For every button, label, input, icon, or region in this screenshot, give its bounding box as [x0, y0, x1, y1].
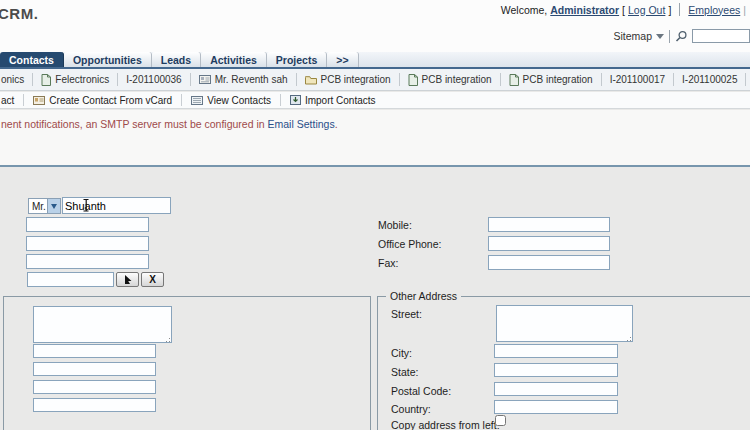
logout-link[interactable]: Log Out [628, 4, 665, 16]
country-label: Country: [391, 403, 431, 415]
first-name-input[interactable] [62, 197, 171, 214]
text-cursor-icon [82, 198, 91, 213]
recent-item[interactable]: Mr. Reventh sah [191, 73, 297, 86]
view-contacts-button[interactable]: View Contacts [182, 94, 281, 106]
left-field-3-input[interactable] [26, 254, 149, 269]
last-name-input[interactable] [26, 217, 149, 232]
fax-label: Fax: [378, 257, 398, 269]
state-label: State: [391, 366, 418, 378]
copy-address-checkbox[interactable] [495, 415, 506, 426]
mailing-state-input[interactable] [33, 362, 156, 376]
recent-item[interactable]: PCB integration [400, 73, 501, 86]
select-record-button[interactable] [116, 272, 139, 287]
resize-grip-icon[interactable] [623, 333, 631, 341]
clear-record-button[interactable]: X [141, 272, 164, 287]
user-links: Welcome, Administrator [ Log Out ] Emplo… [501, 3, 746, 16]
app-logo: CRM. [0, 5, 38, 22]
section-divider [0, 165, 750, 167]
tab-projects[interactable]: Projects [267, 52, 327, 67]
other-address-fieldset: Other Address Street: City: State: Posta… [377, 296, 750, 430]
recent-item[interactable]: PCB integration [297, 73, 400, 86]
clear-x-label: X [149, 274, 156, 285]
sitemap-link[interactable]: Sitemap [613, 30, 652, 42]
recent-item[interactable]: I-201100008 [746, 73, 750, 86]
recent-item[interactable]: I-201100017 [602, 73, 674, 86]
vcard-icon [33, 96, 45, 105]
search-input[interactable] [692, 29, 750, 43]
import-contacts-button[interactable]: Import Contacts [281, 94, 385, 106]
salutation-dropdown-button[interactable] [47, 199, 60, 213]
tab-leads[interactable]: Leads [152, 52, 201, 67]
chevron-down-icon[interactable] [656, 34, 664, 39]
contacts-list-icon [191, 96, 203, 105]
left-field-2-input[interactable] [26, 236, 149, 251]
chevron-down-icon [51, 204, 57, 209]
bracket-close: ] [668, 4, 671, 16]
office-phone-input[interactable] [488, 236, 610, 251]
salutation-value: Mr. [29, 199, 47, 213]
other-city-input[interactable] [494, 344, 618, 358]
employees-link[interactable]: Employees [688, 4, 740, 16]
office-phone-label: Office Phone: [378, 238, 441, 250]
bracket-open: [ [622, 4, 625, 16]
mailing-address-fieldset [3, 296, 371, 430]
lookup-input[interactable] [27, 272, 114, 287]
recent-item[interactable]: PCB integration [501, 73, 602, 86]
search-icon[interactable] [675, 30, 688, 43]
action-partial[interactable]: act [0, 94, 24, 106]
top-header: CRM. Welcome, Administrator [ Log Out ] … [0, 0, 750, 52]
mobile-input[interactable] [488, 217, 610, 232]
document-icon [509, 74, 519, 86]
salutation-select[interactable]: Mr. [28, 198, 61, 214]
import-icon [290, 95, 301, 105]
recent-item[interactable]: I-201100036 [118, 73, 190, 86]
mailing-street-textarea[interactable] [33, 306, 172, 343]
mobile-label: Mobile: [378, 219, 412, 231]
header-tools: Sitemap [613, 29, 750, 43]
tab-activities[interactable]: Activities [201, 52, 267, 67]
other-address-legend: Other Address [386, 290, 461, 302]
other-country-input[interactable] [494, 400, 618, 414]
pointer-icon [123, 274, 133, 285]
divider [679, 3, 680, 16]
smtp-warning: nent notifications, an SMTP server must … [1, 118, 338, 130]
folder-icon [305, 75, 317, 85]
tab-contacts[interactable]: Contacts [0, 52, 64, 67]
mailing-country-input[interactable] [33, 398, 156, 412]
action-bar: act Create Contact From vCard View Conta… [0, 92, 750, 109]
copy-address-label: Copy address from left: [391, 419, 500, 430]
document-icon [41, 74, 51, 86]
recent-items-bar: onics Felectronics I-201100036 Mr. Reven… [0, 69, 750, 91]
tab-opportunities[interactable]: Opportunities [64, 52, 152, 67]
other-state-input[interactable] [494, 363, 618, 377]
divider [669, 30, 670, 43]
other-postal-input[interactable] [494, 382, 618, 396]
other-street-textarea[interactable] [496, 305, 633, 342]
postal-code-label: Postal Code: [391, 385, 451, 397]
recent-item[interactable]: Felectronics [33, 73, 118, 86]
email-settings-link[interactable]: Email Settings [268, 118, 335, 130]
user-link[interactable]: Administrator [550, 4, 619, 16]
tab-more[interactable]: >> [327, 52, 358, 67]
module-tabs: Contacts Opportunities Leads Activities … [0, 52, 750, 67]
notice-strip: nent notifications, an SMTP server must … [0, 110, 750, 165]
resize-grip-icon[interactable] [162, 334, 170, 342]
fax-input[interactable] [488, 255, 610, 270]
city-label: City: [391, 347, 412, 359]
mailing-city-input[interactable] [33, 344, 156, 358]
recent-item[interactable]: onics [0, 73, 33, 86]
mailing-postal-input[interactable] [33, 380, 156, 394]
separator-text: | [743, 4, 746, 16]
create-contact-from-vcard-button[interactable]: Create Contact From vCard [24, 94, 182, 106]
welcome-text: Welcome, [501, 4, 548, 16]
street-label: Street: [391, 308, 422, 320]
contact-card-icon [199, 75, 211, 84]
document-icon [408, 74, 418, 86]
recent-item[interactable]: I-201100025 [674, 73, 746, 86]
